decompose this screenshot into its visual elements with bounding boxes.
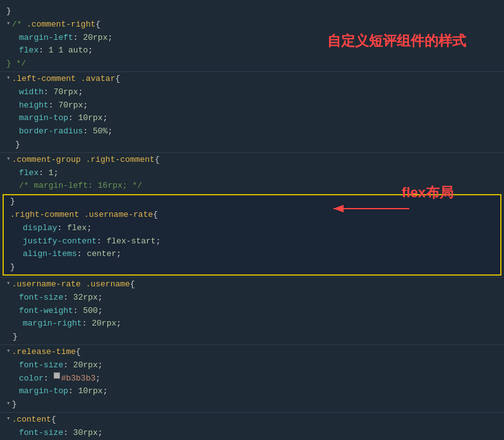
brace: } bbox=[15, 138, 20, 152]
property: margin-top bbox=[19, 112, 68, 125]
code-line: ▾ .left-comment .avatar{ bbox=[0, 73, 504, 86]
code-line: ▾ } bbox=[0, 398, 504, 412]
divider bbox=[0, 152, 504, 153]
property: font-weight bbox=[19, 305, 73, 318]
code-line: border-radius: 50%; bbox=[0, 125, 504, 138]
property: color bbox=[19, 372, 44, 386]
property: border-radius bbox=[19, 125, 83, 138]
code-line: } */ bbox=[0, 58, 504, 71]
collapse-arrow[interactable]: ▾ bbox=[6, 154, 11, 165]
code-line: ▾ .comment-group .right-comment{ bbox=[0, 154, 504, 167]
brace: } bbox=[6, 5, 11, 18]
collapse-arrow[interactable]: ▾ bbox=[6, 413, 11, 425]
value: 30rpx bbox=[73, 427, 98, 440]
highlighted-block: } .right-comment .username-rate{ display… bbox=[3, 194, 501, 276]
value: 70rpx bbox=[54, 86, 78, 99]
divider bbox=[0, 345, 504, 345]
brace: } bbox=[12, 398, 17, 412]
property: flex bbox=[19, 167, 39, 180]
divider bbox=[0, 412, 504, 413]
code-line: ▾ /* .comment-right{ bbox=[0, 18, 504, 32]
code-line: align-items: center; bbox=[4, 248, 500, 261]
selector: .release-time bbox=[12, 346, 76, 359]
code-line: } bbox=[0, 5, 504, 18]
comment-text: /* .comment-right{ bbox=[12, 18, 100, 32]
code-line: margin-top: 10rpx; bbox=[0, 112, 504, 125]
divider bbox=[0, 71, 504, 72]
code-line: flex: 1; bbox=[0, 167, 504, 180]
code-line: width: 70rpx; bbox=[0, 86, 504, 99]
property: font-size bbox=[19, 359, 63, 372]
brace: } bbox=[10, 195, 15, 209]
collapse-arrow[interactable]: ▾ bbox=[6, 18, 11, 30]
property: margin-right bbox=[23, 317, 82, 331]
property: display bbox=[23, 222, 57, 235]
value: 10rpx bbox=[78, 112, 103, 125]
property: margin-top bbox=[19, 385, 68, 398]
selector: .content bbox=[12, 413, 51, 427]
collapse-arrow[interactable]: ▾ bbox=[6, 346, 11, 357]
code-line: height: 70rpx; bbox=[0, 99, 504, 113]
code-line: } bbox=[0, 331, 504, 344]
code-line: ▾ .username-rate .username{ bbox=[0, 278, 504, 291]
property: flex bbox=[19, 44, 39, 58]
collapse-arrow[interactable]: ▾ bbox=[6, 398, 11, 410]
annotation-custom-style-label: 自定义短评组件的样式 bbox=[327, 32, 466, 51]
selector: .left-comment .avatar bbox=[12, 73, 116, 86]
code-line: ▾ .content{ bbox=[0, 413, 504, 427]
code-line: .right-comment .username-rate{ bbox=[4, 209, 500, 222]
collapse-arrow[interactable]: ▾ bbox=[6, 73, 11, 84]
color-swatch bbox=[54, 372, 60, 379]
code-line: } bbox=[0, 138, 504, 152]
value: 20rpx bbox=[73, 359, 98, 372]
value: center bbox=[87, 248, 116, 261]
property: height bbox=[19, 99, 49, 113]
code-line: color: #b3b3b3; bbox=[0, 372, 504, 386]
value: 70rpx bbox=[58, 99, 83, 113]
code-line: margin-top: 10rpx; bbox=[0, 385, 504, 398]
value: #b3b3b3 bbox=[61, 372, 96, 386]
property: justify-content bbox=[23, 235, 97, 248]
code-line: font-weight: 500; bbox=[0, 305, 504, 318]
value: 32rpx bbox=[73, 291, 98, 305]
code-line: ▾ .release-time{ bbox=[0, 346, 504, 359]
code-line: justify-content: flex-start; bbox=[4, 235, 500, 248]
arrow-icon bbox=[330, 199, 412, 221]
property: align-items bbox=[23, 248, 77, 261]
property: font-size bbox=[19, 291, 63, 305]
brace: } bbox=[10, 261, 15, 274]
value: 10rpx bbox=[78, 385, 103, 398]
divider bbox=[0, 277, 504, 278]
value: 1 bbox=[49, 167, 54, 180]
code-line: font-size: 20rpx; bbox=[0, 359, 504, 372]
comment-text: /* margin-left: 16rpx; */ bbox=[19, 180, 142, 193]
code-line: margin-right: 20rpx; bbox=[0, 317, 504, 331]
code-container: } ▾ /* .comment-right{ margin-left: 20rp… bbox=[0, 0, 504, 440]
brace: } bbox=[13, 331, 18, 344]
code-line: } bbox=[4, 261, 500, 274]
selector: .comment-group .right-comment bbox=[12, 154, 155, 167]
value: 20rpx bbox=[92, 317, 116, 331]
value: flex bbox=[67, 222, 87, 235]
property: width bbox=[19, 86, 44, 99]
value: flex-start bbox=[107, 235, 156, 248]
code-line: font-size: 32rpx; bbox=[0, 291, 504, 305]
value: 500 bbox=[83, 305, 97, 318]
collapse-arrow[interactable]: ▾ bbox=[6, 278, 11, 290]
comment-text: } */ bbox=[6, 58, 26, 71]
selector: .right-comment .username-rate bbox=[10, 209, 153, 222]
value: 1 1 auto bbox=[49, 44, 88, 58]
property: margin-left bbox=[19, 32, 73, 45]
selector: .username-rate .username bbox=[12, 278, 130, 291]
code-line: display: flex; bbox=[4, 222, 500, 235]
value: 50% bbox=[93, 125, 107, 138]
value: 20rpx bbox=[83, 32, 107, 45]
code-line: font-size: 30rpx; bbox=[0, 427, 504, 440]
property: font-size bbox=[19, 427, 63, 440]
